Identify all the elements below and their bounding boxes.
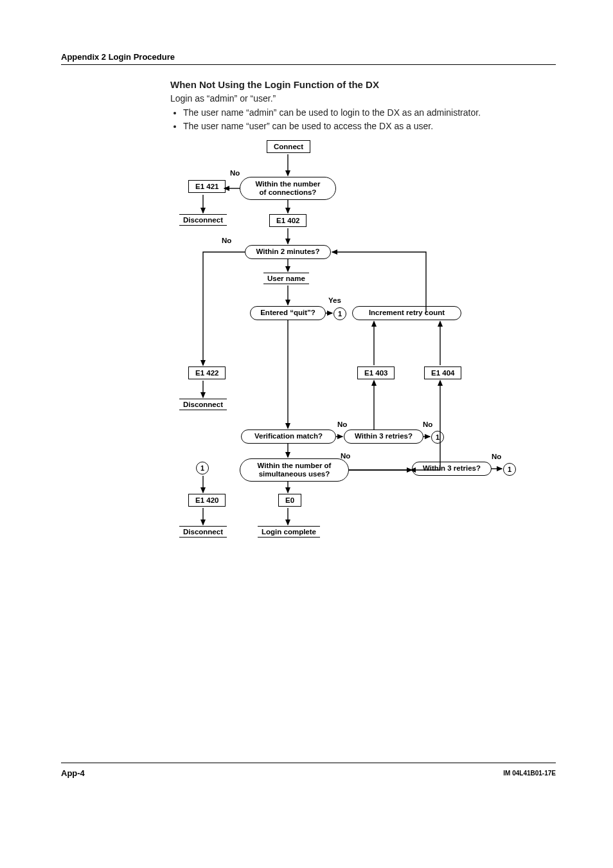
lbl-no-1: No [230,169,240,177]
node-incr: Increment retry count [352,306,461,320]
doc-id: IM 04L41B01-17E [503,770,556,777]
lbl-no-4: No [423,420,432,428]
node-e1-420: E1 420 [188,494,226,507]
node-verify: Verification match? [241,429,336,444]
body-text: When Not Using the Login Function of the… [170,78,556,134]
node-disconnect-3: Disconnect [179,526,227,538]
connector-retry1-no: 1 [431,431,444,444]
node-username: User name [263,273,309,284]
node-numconn: Within the number of connections? [240,177,336,200]
node-e1-422: E1 422 [188,366,226,379]
page-number: App-4 [61,768,85,778]
node-2min: Within 2 minutes? [245,245,331,259]
node-disconnect-1: Disconnect [179,214,227,226]
node-e1-402: E1 402 [269,214,306,227]
node-e1-404: E1 404 [424,366,461,379]
footer-rule [61,763,556,763]
subsection-title: When Not Using the Login Function of the… [170,78,556,91]
node-e1-403: E1 403 [357,366,395,379]
node-disconnect-2: Disconnect [179,399,227,410]
lbl-yes-1: Yes [328,296,341,304]
connector-src: 1 [196,462,209,475]
lbl-no-6: No [492,453,501,460]
node-retry-2: Within 3 retries? [412,462,492,476]
lbl-no-5: No [341,452,350,460]
section-header: Appendix 2 Login Procedure [61,52,175,62]
node-e0: E0 [278,494,301,507]
intro-line: Login as “admin” or “user.” [170,93,556,105]
node-e1-421: E1 421 [188,180,226,193]
node-simul: Within the number of simultaneous uses? [240,458,349,482]
node-login-complete: Login complete [258,526,320,538]
flowchart-arrows [170,140,530,552]
lbl-no-3: No [337,420,347,428]
node-quit: Entered “quit”? [250,306,326,320]
lbl-no-2: No [222,237,231,244]
connector-quit-yes: 1 [333,307,346,320]
bullet-2: The user name “user” can be used to acce… [183,120,556,132]
flowchart: Connect Within the number of connections… [170,140,530,552]
node-retry-1: Within 3 retries? [344,429,423,444]
node-connect: Connect [267,140,310,153]
header-rule [61,64,556,65]
bullet-1: The user name “admin” can be used to log… [183,107,556,119]
connector-retry2-no: 1 [503,463,516,476]
